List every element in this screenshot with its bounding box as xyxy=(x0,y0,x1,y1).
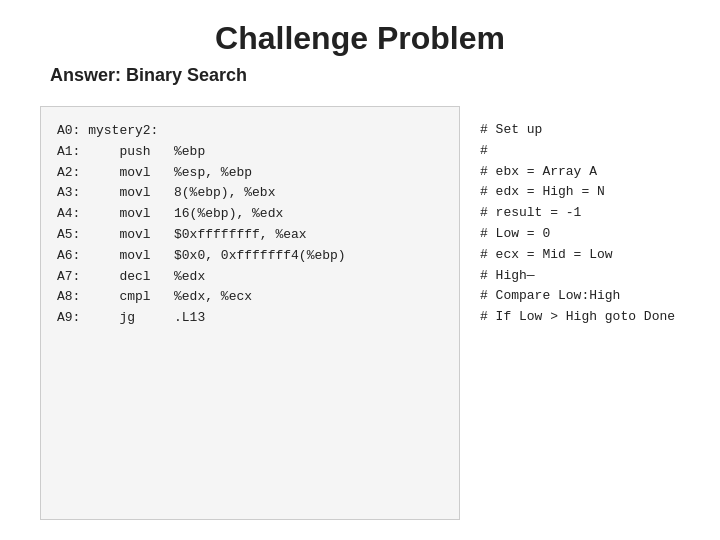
comments-block: # Set up # # ebx = Array A # edx = High … xyxy=(480,106,680,520)
code-block: A0: mystery2: A1: push %ebp A2: movl %es… xyxy=(40,106,460,520)
page-title: Challenge Problem xyxy=(40,20,680,57)
page: Challenge Problem Answer: Binary Search … xyxy=(0,0,720,540)
subtitle: Answer: Binary Search xyxy=(50,65,680,86)
content-area: A0: mystery2: A1: push %ebp A2: movl %es… xyxy=(40,106,680,520)
